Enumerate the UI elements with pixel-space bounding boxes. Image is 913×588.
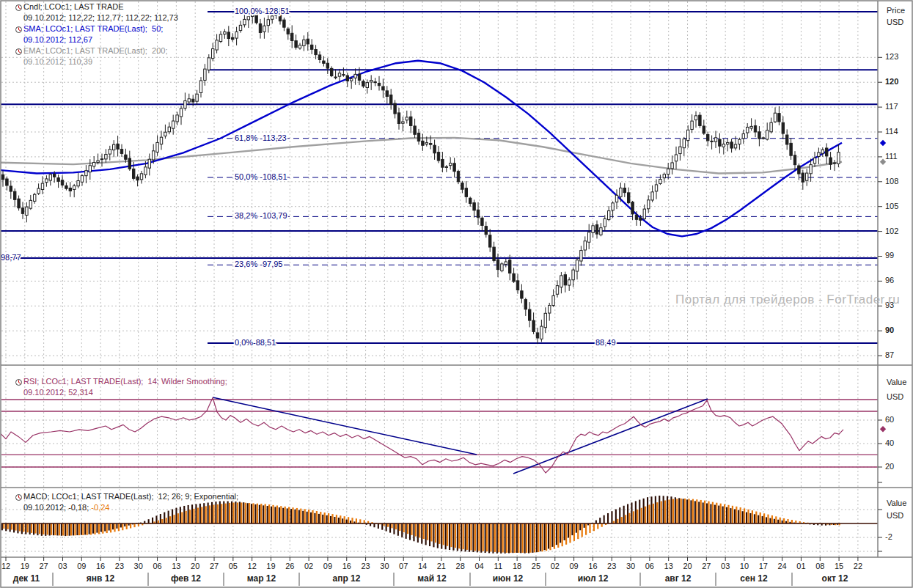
svg-text:Value: Value	[887, 499, 906, 507]
date-axis: 1219270309162330061320270512192602091623…	[1, 557, 862, 586]
svg-text:88,49: 88,49	[595, 338, 616, 347]
watermark: Портал для трейдеров - ForTrader.ru	[675, 293, 900, 307]
svg-text:24: 24	[777, 562, 786, 570]
svg-text:16: 16	[96, 562, 105, 570]
svg-text:98,77: 98,77	[1, 253, 21, 262]
svg-text:09: 09	[323, 562, 332, 570]
macd-legend-title: MACD; LCOc1; LAST TRADE(Last); 12; 26; 9…	[23, 491, 238, 502]
svg-text:USD: USD	[887, 18, 903, 26]
svg-text:USD: USD	[887, 511, 903, 520]
svg-text:июн 12: июн 12	[493, 573, 524, 584]
trading-chart-window: 100,0%-128,5161,8% -113,2350,0% -108,513…	[0, 0, 913, 588]
svg-text:03: 03	[721, 562, 730, 570]
svg-text:сен 12: сен 12	[740, 573, 768, 584]
svg-text:17: 17	[759, 562, 768, 570]
ema-legend-title: EMA; LCOc1; LAST TRADE(Last); 200;	[23, 45, 167, 56]
svg-text:23,6% -97,95: 23,6% -97,95	[235, 260, 282, 268]
svg-text:12: 12	[1, 562, 10, 570]
svg-text:06: 06	[645, 562, 654, 570]
rsi-pane-legend: RSI; LCOc1; LAST TRADE(Last); 14; Wilder…	[15, 376, 227, 398]
svg-text:окт 12: окт 12	[822, 573, 848, 584]
svg-text:90: 90	[885, 326, 894, 334]
svg-text:09: 09	[569, 562, 578, 570]
svg-text:02: 02	[304, 562, 313, 570]
svg-text:май 12: май 12	[417, 573, 447, 584]
svg-text:02: 02	[551, 562, 560, 570]
svg-text:111: 111	[885, 152, 898, 161]
svg-text:27: 27	[40, 562, 48, 570]
svg-text:19: 19	[21, 562, 29, 570]
rsi-legend-values: 09.10.2012; 52,314	[15, 387, 227, 398]
macd-pane-legend: MACD; LCOc1; LAST TRADE(Last); 12; 26; 9…	[15, 491, 238, 513]
svg-text:13: 13	[664, 562, 673, 570]
svg-text:янв 12: янв 12	[87, 573, 115, 584]
svg-text:30: 30	[380, 562, 389, 570]
svg-text:21: 21	[437, 562, 446, 570]
svg-text:23: 23	[361, 562, 370, 570]
rsi-pane	[0, 397, 878, 474]
main-pane-legend: Cndl; LCOc1; LAST TRADE 09.10.2012; 112,…	[15, 1, 178, 67]
macd-legend-value: 09.10.2012; -0,18;	[23, 502, 91, 513]
svg-text:05: 05	[229, 562, 238, 570]
refresh-clock-icon	[15, 4, 23, 11]
svg-text:-2: -2	[885, 532, 892, 541]
svg-text:30: 30	[626, 562, 635, 570]
svg-text:09: 09	[77, 562, 86, 570]
svg-text:16: 16	[342, 562, 351, 570]
candle-legend-values: 09.10.2012; 112,22; 112,77; 112,22; 112,…	[15, 12, 178, 23]
svg-text:10: 10	[740, 562, 749, 570]
sma-legend-title: SMA; LCOc1; LAST TRADE(Last); 50;	[23, 23, 163, 34]
rsi-legend-title: RSI; LCOc1; LAST TRADE(Last); 14; Wilder…	[23, 376, 227, 387]
svg-text:15: 15	[835, 562, 843, 570]
svg-text:12: 12	[248, 562, 257, 570]
svg-text:25: 25	[532, 562, 540, 570]
svg-text:19: 19	[266, 562, 275, 570]
svg-text:50,0% -108,51: 50,0% -108,51	[235, 172, 287, 181]
ema-legend-values: 09.10.2012; 110,39	[15, 56, 178, 67]
svg-text:14: 14	[418, 562, 427, 570]
svg-text:фев 12: фев 12	[171, 573, 201, 584]
refresh-clock-icon	[15, 48, 23, 55]
svg-text:38,2% -103,79: 38,2% -103,79	[235, 211, 287, 220]
svg-text:20: 20	[885, 462, 894, 471]
svg-text:27: 27	[702, 562, 711, 570]
svg-text:100,0%-128,51: 100,0%-128,51	[235, 7, 290, 15]
svg-text:мар 12: мар 12	[247, 573, 276, 584]
svg-text:102: 102	[885, 227, 898, 235]
svg-text:18: 18	[513, 562, 521, 570]
macd-signal-value: -0,24	[91, 502, 109, 513]
svg-text:04: 04	[474, 562, 483, 570]
svg-text:08: 08	[815, 562, 824, 570]
svg-text:USD: USD	[887, 392, 903, 401]
svg-text:Value: Value	[887, 378, 906, 386]
svg-text:16: 16	[588, 562, 597, 570]
svg-text:105: 105	[885, 202, 898, 210]
svg-text:114: 114	[885, 127, 898, 136]
svg-text:авг 12: авг 12	[665, 573, 692, 584]
svg-text:20: 20	[191, 562, 199, 570]
svg-text:03: 03	[58, 562, 67, 570]
svg-text:117: 117	[885, 102, 898, 111]
svg-text:23: 23	[115, 562, 124, 570]
svg-text:0,0%-88,51: 0,0%-88,51	[235, 338, 276, 347]
svg-text:120: 120	[885, 77, 898, 86]
svg-text:123: 123	[885, 52, 898, 61]
macd-axis: ValueUSD-2	[878, 499, 906, 551]
svg-text:дек 11: дек 11	[13, 573, 40, 584]
svg-text:99: 99	[885, 251, 894, 260]
refresh-clock-icon	[15, 26, 23, 33]
svg-text:96: 96	[885, 276, 894, 284]
svg-text:40: 40	[885, 438, 894, 447]
svg-text:июл 12: июл 12	[578, 573, 609, 584]
svg-text:26: 26	[285, 562, 294, 570]
svg-text:87: 87	[885, 350, 894, 359]
svg-text:11: 11	[494, 562, 502, 570]
svg-text:22: 22	[854, 562, 862, 570]
svg-text:13: 13	[172, 562, 180, 570]
svg-text:60: 60	[885, 415, 894, 424]
svg-text:20: 20	[683, 562, 692, 570]
svg-text:01: 01	[796, 562, 805, 570]
svg-text:28: 28	[456, 562, 465, 570]
rsi-axis: ValueUSD604020	[878, 378, 906, 482]
svg-text:апр 12: апр 12	[333, 573, 361, 584]
